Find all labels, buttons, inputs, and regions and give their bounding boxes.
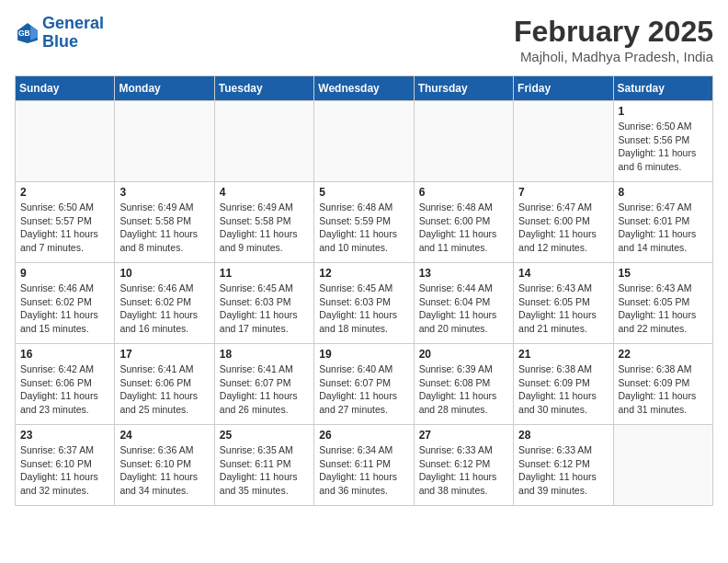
calendar-cell: 21Sunrise: 6:38 AM Sunset: 6:09 PM Dayli…	[514, 344, 613, 425]
month-title: February 2025	[514, 15, 713, 49]
week-row-1: 1Sunrise: 6:50 AM Sunset: 5:56 PM Daylig…	[16, 101, 713, 182]
calendar-cell: 7Sunrise: 6:47 AM Sunset: 6:00 PM Daylig…	[514, 182, 613, 263]
day-info: Sunrise: 6:34 AM Sunset: 6:11 PM Dayligh…	[319, 443, 408, 498]
title-area: February 2025 Majholi, Madhya Pradesh, I…	[514, 15, 713, 64]
day-number: 11	[220, 267, 309, 280]
day-info: Sunrise: 6:50 AM Sunset: 5:57 PM Dayligh…	[20, 201, 109, 255]
weekday-header-wednesday: Wednesday	[314, 76, 414, 101]
weekday-header-row: SundayMondayTuesdayWednesdayThursdayFrid…	[16, 76, 713, 101]
day-info: Sunrise: 6:37 AM Sunset: 6:10 PM Dayligh…	[20, 443, 109, 498]
calendar-cell	[16, 101, 115, 182]
day-info: Sunrise: 6:49 AM Sunset: 5:58 PM Dayligh…	[220, 201, 309, 255]
day-info: Sunrise: 6:33 AM Sunset: 6:12 PM Dayligh…	[419, 443, 508, 498]
day-number: 10	[119, 267, 209, 280]
logo: GB General Blue	[15, 15, 104, 52]
day-info: Sunrise: 6:50 AM Sunset: 5:56 PM Dayligh…	[619, 120, 708, 174]
calendar-cell: 28Sunrise: 6:33 AM Sunset: 6:12 PM Dayli…	[514, 425, 613, 506]
day-info: Sunrise: 6:35 AM Sunset: 6:11 PM Dayligh…	[220, 443, 309, 498]
weekday-header-thursday: Thursday	[414, 76, 513, 101]
day-number: 12	[319, 267, 408, 280]
calendar-cell	[214, 101, 313, 182]
calendar-cell: 18Sunrise: 6:41 AM Sunset: 6:07 PM Dayli…	[214, 344, 313, 425]
calendar-cell: 3Sunrise: 6:49 AM Sunset: 5:58 PM Daylig…	[115, 182, 214, 263]
day-info: Sunrise: 6:47 AM Sunset: 6:01 PM Dayligh…	[619, 201, 708, 255]
logo-line1: General	[42, 15, 104, 33]
calendar-cell: 25Sunrise: 6:35 AM Sunset: 6:11 PM Dayli…	[214, 425, 313, 506]
weekday-header-friday: Friday	[514, 76, 613, 101]
day-info: Sunrise: 6:43 AM Sunset: 6:05 PM Dayligh…	[619, 282, 708, 336]
day-info: Sunrise: 6:47 AM Sunset: 6:00 PM Dayligh…	[518, 201, 608, 255]
calendar-cell: 1Sunrise: 6:50 AM Sunset: 5:56 PM Daylig…	[613, 101, 712, 182]
day-info: Sunrise: 6:41 AM Sunset: 6:06 PM Dayligh…	[119, 362, 209, 417]
calendar-cell: 12Sunrise: 6:45 AM Sunset: 6:03 PM Dayli…	[314, 263, 414, 344]
calendar-cell: 13Sunrise: 6:44 AM Sunset: 6:04 PM Dayli…	[414, 263, 513, 344]
calendar-cell: 5Sunrise: 6:48 AM Sunset: 5:59 PM Daylig…	[314, 182, 414, 263]
day-info: Sunrise: 6:43 AM Sunset: 6:05 PM Dayligh…	[518, 282, 608, 336]
logo-line2: Blue	[42, 33, 104, 52]
calendar-cell: 11Sunrise: 6:45 AM Sunset: 6:03 PM Dayli…	[214, 263, 313, 344]
weekday-header-tuesday: Tuesday	[214, 76, 313, 101]
calendar-cell	[613, 425, 712, 506]
logo-icon: GB	[15, 20, 40, 46]
calendar-cell: 8Sunrise: 6:47 AM Sunset: 6:01 PM Daylig…	[613, 182, 712, 263]
day-number: 14	[518, 267, 608, 280]
calendar-cell: 24Sunrise: 6:36 AM Sunset: 6:10 PM Dayli…	[115, 425, 214, 506]
day-number: 3	[119, 186, 209, 199]
day-number: 8	[619, 186, 708, 199]
calendar-cell: 4Sunrise: 6:49 AM Sunset: 5:58 PM Daylig…	[214, 182, 313, 263]
week-row-3: 9Sunrise: 6:46 AM Sunset: 6:02 PM Daylig…	[16, 263, 713, 344]
calendar-table: SundayMondayTuesdayWednesdayThursdayFrid…	[15, 75, 713, 506]
day-info: Sunrise: 6:45 AM Sunset: 6:03 PM Dayligh…	[319, 282, 408, 336]
calendar-cell: 10Sunrise: 6:46 AM Sunset: 6:02 PM Dayli…	[115, 263, 214, 344]
day-number: 7	[518, 186, 608, 199]
week-row-5: 23Sunrise: 6:37 AM Sunset: 6:10 PM Dayli…	[16, 425, 713, 506]
week-row-2: 2Sunrise: 6:50 AM Sunset: 5:57 PM Daylig…	[16, 182, 713, 263]
day-number: 18	[220, 348, 309, 361]
calendar-cell: 9Sunrise: 6:46 AM Sunset: 6:02 PM Daylig…	[16, 263, 115, 344]
calendar-cell	[314, 101, 414, 182]
day-info: Sunrise: 6:44 AM Sunset: 6:04 PM Dayligh…	[419, 282, 508, 336]
calendar-cell: 16Sunrise: 6:42 AM Sunset: 6:06 PM Dayli…	[16, 344, 115, 425]
day-info: Sunrise: 6:38 AM Sunset: 6:09 PM Dayligh…	[518, 362, 608, 417]
day-number: 24	[119, 429, 209, 442]
day-number: 9	[20, 267, 109, 280]
calendar-cell: 27Sunrise: 6:33 AM Sunset: 6:12 PM Dayli…	[414, 425, 513, 506]
day-number: 13	[419, 267, 508, 280]
location-subtitle: Majholi, Madhya Pradesh, India	[514, 49, 713, 64]
day-number: 15	[619, 267, 708, 280]
day-info: Sunrise: 6:48 AM Sunset: 6:00 PM Dayligh…	[419, 201, 508, 255]
day-number: 1	[619, 105, 708, 118]
day-number: 25	[220, 429, 309, 442]
day-number: 16	[20, 348, 109, 361]
day-number: 23	[20, 429, 109, 442]
weekday-header-sunday: Sunday	[16, 76, 115, 101]
day-info: Sunrise: 6:42 AM Sunset: 6:06 PM Dayligh…	[20, 362, 109, 417]
day-number: 19	[319, 348, 408, 361]
day-info: Sunrise: 6:46 AM Sunset: 6:02 PM Dayligh…	[119, 282, 209, 336]
calendar-cell: 22Sunrise: 6:38 AM Sunset: 6:09 PM Dayli…	[613, 344, 712, 425]
day-info: Sunrise: 6:45 AM Sunset: 6:03 PM Dayligh…	[220, 282, 309, 336]
day-number: 27	[419, 429, 508, 442]
day-number: 21	[518, 348, 608, 361]
calendar-cell: 2Sunrise: 6:50 AM Sunset: 5:57 PM Daylig…	[16, 182, 115, 263]
calendar-cell	[514, 101, 613, 182]
calendar-cell: 23Sunrise: 6:37 AM Sunset: 6:10 PM Dayli…	[16, 425, 115, 506]
day-number: 4	[220, 186, 309, 199]
calendar-cell: 6Sunrise: 6:48 AM Sunset: 6:00 PM Daylig…	[414, 182, 513, 263]
calendar-cell: 15Sunrise: 6:43 AM Sunset: 6:05 PM Dayli…	[613, 263, 712, 344]
day-info: Sunrise: 6:39 AM Sunset: 6:08 PM Dayligh…	[419, 362, 508, 417]
day-number: 5	[319, 186, 408, 199]
weekday-header-saturday: Saturday	[613, 76, 712, 101]
day-info: Sunrise: 6:46 AM Sunset: 6:02 PM Dayligh…	[20, 282, 109, 336]
svg-text:GB: GB	[18, 29, 30, 38]
day-number: 22	[619, 348, 708, 361]
week-row-4: 16Sunrise: 6:42 AM Sunset: 6:06 PM Dayli…	[16, 344, 713, 425]
day-number: 28	[518, 429, 608, 442]
day-info: Sunrise: 6:38 AM Sunset: 6:09 PM Dayligh…	[619, 362, 708, 417]
calendar-cell	[115, 101, 214, 182]
day-info: Sunrise: 6:48 AM Sunset: 5:59 PM Dayligh…	[319, 201, 408, 255]
weekday-header-monday: Monday	[115, 76, 214, 101]
day-number: 20	[419, 348, 508, 361]
day-number: 17	[119, 348, 209, 361]
calendar-cell: 20Sunrise: 6:39 AM Sunset: 6:08 PM Dayli…	[414, 344, 513, 425]
